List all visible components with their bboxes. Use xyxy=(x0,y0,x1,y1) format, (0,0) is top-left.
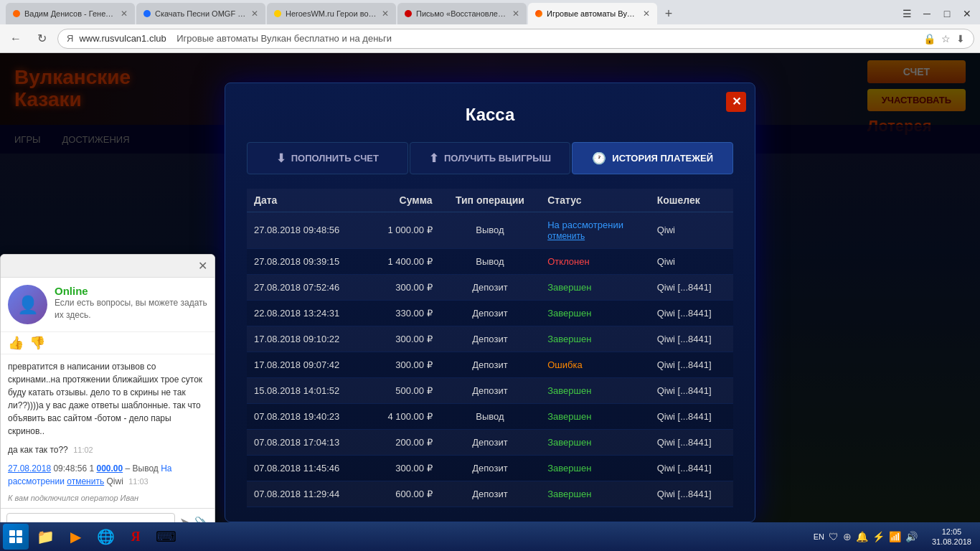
cell-amount: 1 000.00 ₽ xyxy=(368,212,440,248)
table-row: 07.08.2018 17:04:13 200.00 ₽ Депозит Зав… xyxy=(247,429,733,455)
table-row: 27.08.2018 09:48:56 1 000.00 ₽ Вывод На … xyxy=(247,212,733,248)
cell-status: Завершен xyxy=(540,403,649,429)
cell-amount: 300.00 ₽ xyxy=(368,455,440,481)
address-bar[interactable]: Я www.rusvulcan1.club Игровые автоматы В… xyxy=(57,29,974,49)
chat-operator-notice: К вам подключился оператор Иван xyxy=(8,494,207,502)
chat-msg3-time: 09:48:56 1 xyxy=(53,463,96,474)
cancel-link[interactable]: отменить xyxy=(547,231,585,241)
browser-toolbar: ← ↻ Я www.rusvulcan1.club Игровые автома… xyxy=(0,24,980,53)
tab-deposit-label: ПОПОЛНИТЬ СЧЕТ xyxy=(291,153,379,164)
cell-amount: 300.00 ₽ xyxy=(368,352,440,377)
wifi-icon: 📶 xyxy=(889,531,901,542)
language-indicator: EN xyxy=(814,532,824,541)
cell-amount: 300.00 ₽ xyxy=(368,326,440,352)
cell-amount: 200.00 ₽ xyxy=(368,429,440,455)
agent-avatar: 👤 xyxy=(8,285,47,324)
tab-deposit[interactable]: ⬇ ПОПОЛНИТЬ СЧЕТ xyxy=(247,142,408,174)
tab-history[interactable]: 🕐 ИСТОРИЯ ПЛАТЕЖЕЙ xyxy=(572,142,733,174)
start-button[interactable] xyxy=(3,524,29,550)
tab2-label: Скачать Песни OMGF №11... xyxy=(155,9,247,18)
chat-reactions: 👍 👎 xyxy=(1,332,215,354)
taskbar-chrome[interactable]: 🌐 xyxy=(92,524,119,550)
tab-withdraw[interactable]: ⬆ ПОЛУЧИТЬ ВЫИГРЫШ xyxy=(410,142,571,174)
download-icon[interactable]: ⬇ xyxy=(956,33,965,44)
volume-icon: 🔊 xyxy=(905,531,918,542)
taskbar-clock: 12:05 31.08.2018 xyxy=(926,527,977,547)
clock-date: 31.08.2018 xyxy=(932,537,971,547)
table-row: 27.08.2018 07:52:46 300.00 ₽ Депозит Зав… xyxy=(247,274,733,300)
taskbar: 📁 ▶ 🌐 Я ⌨ EN 🛡 ⊕ 🔔 ⚡ 📶 🔊 12:05 31.08.201… xyxy=(0,522,980,551)
tab1-close[interactable]: ✕ xyxy=(121,9,128,19)
status-completed: Завершен xyxy=(547,463,591,474)
col-amount: Сумма xyxy=(368,189,440,212)
thumbs-down-button[interactable]: 👎 xyxy=(29,335,45,351)
cell-date: 07.08.2018 11:45:46 xyxy=(247,455,368,481)
thumbs-up-button[interactable]: 👍 xyxy=(8,335,24,351)
cell-amount: 600.00 ₽ xyxy=(368,481,440,507)
chat-cancel-link[interactable]: отменить xyxy=(67,476,104,486)
cell-wallet: Qiwi xyxy=(650,212,733,248)
back-button[interactable]: ← xyxy=(6,29,26,49)
chat-messages: превратится в написании отзывов со скрин… xyxy=(1,354,215,508)
address-domain: www.rusvulcan1.club xyxy=(79,33,166,44)
taskbar-media[interactable]: ▶ xyxy=(62,524,89,550)
cell-wallet: Qiwi [...8441] xyxy=(650,377,733,403)
cell-date: 07.08.2018 19:40:23 xyxy=(247,403,368,429)
tab5-close[interactable]: ✕ xyxy=(643,9,650,19)
table-row: 17.08.2018 09:10:22 300.00 ₽ Депозит Зав… xyxy=(247,326,733,352)
browser-content: Вулканские Казаки СЧЕТ УЧАСТВОВАТЬ Лотер… xyxy=(0,53,980,551)
cell-status: Завершен xyxy=(540,429,649,455)
cell-status: Завершен xyxy=(540,326,649,352)
cell-type: Вывод xyxy=(440,403,541,429)
reload-button[interactable]: ↻ xyxy=(32,29,52,49)
cell-date: 17.08.2018 09:10:22 xyxy=(247,326,368,352)
maximize-button[interactable]: □ xyxy=(940,6,954,21)
chat-header: ✕ xyxy=(1,255,215,278)
taskbar-keyboard[interactable]: ⌨ xyxy=(152,524,179,550)
taskbar-yandex[interactable]: Я xyxy=(122,524,149,550)
lock-icon: 🔒 xyxy=(923,33,936,44)
address-url: www.rusvulcan1.club Игровые автоматы Вул… xyxy=(79,33,918,44)
star-icon[interactable]: ☆ xyxy=(941,33,951,44)
chat-link-date[interactable]: 27.08.2018 xyxy=(8,463,51,474)
alert-icon: 🔔 xyxy=(856,531,868,542)
window-controls: ☰ ─ □ ✕ xyxy=(900,6,974,21)
menu-button[interactable]: ☰ xyxy=(900,6,914,21)
cell-type: Вывод xyxy=(440,212,541,248)
col-date: Дата xyxy=(247,189,368,212)
tab3-close[interactable]: ✕ xyxy=(382,9,389,19)
tab2-close[interactable]: ✕ xyxy=(251,9,258,19)
cell-wallet: Qiwi [...8441] xyxy=(650,300,733,326)
chat-agent-info: 👤 Online Если есть вопросы, вы можете за… xyxy=(1,278,215,332)
table-row: 15.08.2018 14:01:52 500.00 ₽ Депозит Зав… xyxy=(247,377,733,403)
status-completed: Завершен xyxy=(547,282,591,293)
tab-2[interactable]: Скачать Песни OMGF №11... ✕ xyxy=(136,3,265,24)
chat-close-button[interactable]: ✕ xyxy=(198,259,207,273)
col-wallet: Кошелек xyxy=(650,189,733,212)
chat-message-2: да как так то?? 11:02 xyxy=(8,443,207,456)
chat-amount-link[interactable]: 000.00 xyxy=(96,463,123,474)
cell-status: Отклонен xyxy=(540,248,649,274)
tab4-close[interactable]: ✕ xyxy=(512,9,519,19)
chat-msg3-sep: – Вывод xyxy=(126,463,161,474)
chat-message-3-timestamp: 11:03 xyxy=(128,477,149,486)
network-icon: ⊕ xyxy=(843,531,852,542)
tab-1[interactable]: Вадим Денисов - Генетиче... ✕ xyxy=(6,3,135,24)
tab3-label: HeroesWM.ru Герои войны... xyxy=(286,9,377,18)
tab-4[interactable]: Письмо «Восстановление р... ✕ xyxy=(397,3,527,24)
cell-status: Завершен xyxy=(540,455,649,481)
status-completed: Завершен xyxy=(547,334,591,344)
system-tray: EN 🛡 ⊕ 🔔 ⚡ 📶 🔊 xyxy=(808,531,923,542)
page-background: Вулканские Казаки СЧЕТ УЧАСТВОВАТЬ Лотер… xyxy=(0,53,980,551)
tab-3[interactable]: HeroesWM.ru Герои войны... ✕ xyxy=(267,3,396,24)
new-tab-button[interactable]: + xyxy=(659,4,679,24)
taskbar-explorer[interactable]: 📁 xyxy=(32,524,59,550)
tab-5-active[interactable]: Игровые автоматы Вулк... ✕ xyxy=(528,3,657,24)
status-error: Ошибка xyxy=(547,359,582,370)
close-window-button[interactable]: ✕ xyxy=(960,6,974,21)
cell-amount: 330.00 ₽ xyxy=(368,300,440,326)
cell-status: Ошибка xyxy=(540,352,649,377)
modal-close-button[interactable]: ✕ xyxy=(726,92,746,112)
cell-wallet: Qiwi [...8441] xyxy=(650,481,733,507)
minimize-button[interactable]: ─ xyxy=(920,6,934,21)
